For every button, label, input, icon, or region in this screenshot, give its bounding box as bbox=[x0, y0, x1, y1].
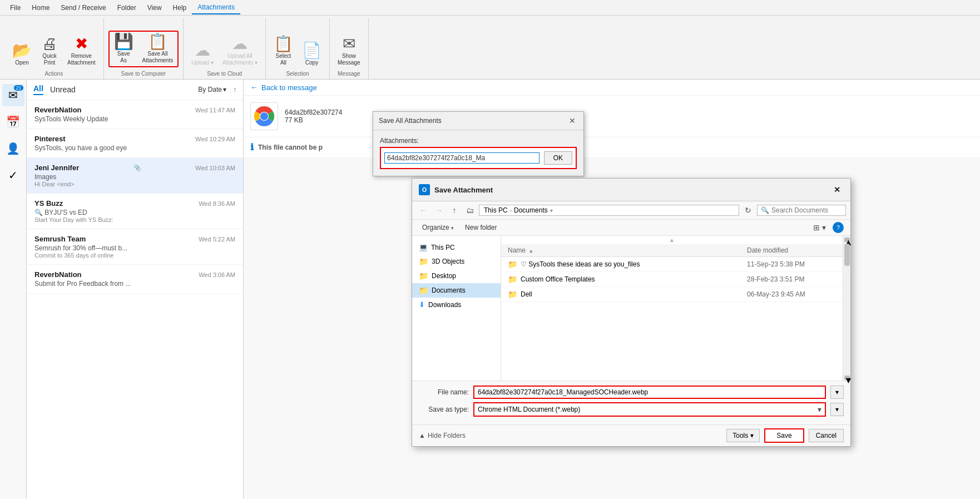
search-box: 🔍 bbox=[757, 205, 846, 216]
this-pc-label: This PC bbox=[431, 244, 455, 251]
file-dialog-body: 💻 This PC 📁 3D Objects 📁 Desktop 📁 Docum… bbox=[412, 236, 850, 381]
save-attachment-dialog: O Save Attachment ✕ ← → ↑ 🗂 This PC › Do… bbox=[412, 178, 851, 447]
file-name: 📁 Dell bbox=[508, 290, 747, 299]
filename-dropdown-button[interactable]: ▾ bbox=[830, 386, 844, 399]
type-dropdown-button[interactable]: ▾ bbox=[830, 403, 844, 416]
file-dialog-sidebar: 💻 This PC 📁 3D Objects 📁 Desktop 📁 Docum… bbox=[412, 236, 501, 381]
search-input[interactable] bbox=[771, 206, 842, 214]
scroll-up-arrow[interactable]: ▲ bbox=[844, 238, 850, 242]
folder-3d-icon: 📁 bbox=[419, 257, 428, 266]
organize-dropdown-icon: ▾ bbox=[451, 225, 454, 231]
organize-label: Organize bbox=[422, 224, 449, 231]
pc-icon: 💻 bbox=[419, 243, 428, 251]
search-icon: 🔍 bbox=[761, 206, 769, 214]
sidebar-item-desktop[interactable]: 📁 Desktop bbox=[412, 269, 501, 283]
file-dialog-footer: ▲ Hide Folders Tools ▾ Save Cancel bbox=[412, 424, 850, 446]
help-button[interactable]: ? bbox=[833, 222, 844, 233]
hide-folders-label: Hide Folders bbox=[428, 432, 466, 439]
desktop-label: Desktop bbox=[432, 272, 456, 280]
table-row[interactable]: 📁 Custom Office Templates 28-Feb-23 3:51… bbox=[501, 272, 843, 287]
file-dialog-actions: Organize ▾ New folder ⊞ ▾ ? bbox=[412, 220, 850, 236]
path-this-pc[interactable]: This PC bbox=[484, 206, 508, 214]
path-documents[interactable]: Documents bbox=[514, 206, 548, 214]
path-dropdown-icon[interactable]: ▾ bbox=[550, 207, 553, 214]
sidebar-item-3d-objects[interactable]: 📁 3D Objects bbox=[412, 254, 501, 269]
column-header: Name ▲ Date modified bbox=[501, 244, 843, 257]
filename-label: File name: bbox=[419, 388, 469, 396]
folder-desktop-icon: 📁 bbox=[419, 271, 428, 280]
forward-nav-button[interactable]: → bbox=[432, 204, 446, 217]
sidebar-item-documents[interactable]: 📁 Documents bbox=[412, 283, 501, 298]
folder-icon: 📁 bbox=[508, 290, 517, 299]
tools-label: Tools bbox=[732, 432, 748, 439]
file-name: 📁 Custom Office Templates bbox=[508, 275, 747, 284]
cancel-button[interactable]: Cancel bbox=[809, 429, 844, 442]
attachments-label: Attachments: bbox=[380, 137, 577, 145]
save-type-select[interactable]: Chrome HTML Document (*.webp) ▾ bbox=[473, 402, 826, 417]
attachment-name-field[interactable]: 64da2bf82e307274f27a0c18_Ma bbox=[384, 152, 540, 164]
name-col-label: Name bbox=[508, 246, 526, 254]
save-type-label: Save as type: bbox=[419, 406, 469, 413]
hide-folders-arrow-icon: ▲ bbox=[419, 432, 425, 439]
outlook-icon: O bbox=[419, 184, 430, 195]
folder-icon: 📁 bbox=[508, 275, 517, 284]
file-name-text: Dell bbox=[521, 290, 532, 298]
save-all-dialog-close[interactable]: ✕ bbox=[567, 115, 578, 126]
file-name-text: ♡ SysTools these ideas are so you_files bbox=[521, 260, 640, 268]
new-folder-button[interactable]: New folder bbox=[462, 223, 500, 233]
table-row[interactable]: 📁 Dell 06-May-23 9:45 AM bbox=[501, 287, 843, 302]
save-type-row: Save as type: Chrome HTML Document (*.we… bbox=[419, 402, 844, 417]
3d-objects-label: 3D Objects bbox=[432, 258, 464, 265]
file-list-area: ▲ Name ▲ Date modified 📁 ♡ SysTools thes… bbox=[501, 236, 843, 381]
folder-icon: 📁 bbox=[508, 260, 517, 269]
save-all-dialog-body: Attachments: 64da2bf82e307274f27a0c18_Ma… bbox=[373, 130, 583, 176]
date-col-label: Date modified bbox=[747, 246, 788, 254]
sidebar-item-downloads[interactable]: ⬇ Downloads bbox=[412, 298, 501, 312]
filename-row: File name: ▾ bbox=[419, 386, 844, 399]
title-area: O Save Attachment bbox=[419, 184, 493, 195]
tools-button[interactable]: Tools ▾ bbox=[726, 429, 760, 442]
hide-folders-button[interactable]: ▲ Hide Folders bbox=[419, 432, 466, 439]
file-dialog-titlebar: O Save Attachment ✕ bbox=[412, 179, 850, 201]
tools-dropdown-icon: ▾ bbox=[750, 432, 754, 439]
save-all-dialog-title: Save All Attachments bbox=[379, 117, 442, 125]
file-dialog-close-button[interactable]: ✕ bbox=[830, 183, 844, 196]
save-all-dialog: Save All Attachments ✕ Attachments: 64da… bbox=[373, 111, 584, 176]
file-dialog-bottom: File name: ▾ Save as type: Chrome HTML D… bbox=[412, 381, 850, 424]
attachment-row: 64da2bf82e307274f27a0c18_Ma OK bbox=[380, 147, 577, 169]
scroll-down-arrow[interactable]: ▼ bbox=[844, 376, 850, 380]
file-date: 11-Sep-23 5:38 PM bbox=[747, 260, 836, 268]
dialog-overlay: Save All Attachments ✕ Attachments: 64da… bbox=[0, 0, 980, 499]
name-column-header[interactable]: Name ▲ bbox=[508, 246, 747, 254]
up-nav-button[interactable]: ↑ bbox=[448, 204, 461, 217]
file-date: 28-Feb-23 3:51 PM bbox=[747, 275, 836, 283]
folder-view-button[interactable]: 🗂 bbox=[463, 204, 477, 217]
folder-documents-icon: 📁 bbox=[419, 286, 428, 295]
refresh-button[interactable]: ↻ bbox=[741, 204, 755, 217]
save-type-dropdown-icon: ▾ bbox=[818, 405, 821, 414]
ok-button[interactable]: OK bbox=[544, 151, 572, 165]
date-column-header[interactable]: Date modified bbox=[747, 246, 836, 254]
path-bar: This PC › Documents ▾ bbox=[479, 205, 739, 216]
save-all-dialog-titlebar: Save All Attachments ✕ bbox=[373, 112, 583, 130]
name-sort-icon: ▲ bbox=[528, 248, 533, 254]
save-type-value: Chrome HTML Document (*.webp) bbox=[478, 406, 580, 413]
back-nav-button[interactable]: ← bbox=[417, 204, 430, 217]
sidebar-item-this-pc[interactable]: 💻 This PC bbox=[412, 240, 501, 254]
folder-downloads-icon: ⬇ bbox=[419, 300, 425, 309]
file-name: 📁 ♡ SysTools these ideas are so you_file… bbox=[508, 260, 747, 269]
scroll-thumb[interactable] bbox=[844, 244, 850, 266]
file-date: 06-May-23 9:45 AM bbox=[747, 290, 836, 298]
filename-input[interactable] bbox=[473, 386, 826, 399]
vertical-scrollbar[interactable]: ▲ ▼ bbox=[843, 236, 850, 381]
table-row[interactable]: 📁 ♡ SysTools these ideas are so you_file… bbox=[501, 257, 843, 272]
file-dialog-toolbar: ← → ↑ 🗂 This PC › Documents ▾ ↻ 🔍 bbox=[412, 201, 850, 220]
organize-button[interactable]: Organize ▾ bbox=[419, 223, 457, 233]
file-name-text: Custom Office Templates bbox=[521, 275, 595, 283]
sort-indicator: ▲ bbox=[501, 236, 843, 244]
footer-buttons: Tools ▾ Save Cancel bbox=[726, 428, 844, 443]
downloads-label: Downloads bbox=[428, 301, 461, 309]
view-options-button[interactable]: ⊞ ▾ bbox=[811, 222, 828, 233]
file-dialog-title: Save Attachment bbox=[434, 186, 493, 194]
save-button[interactable]: Save bbox=[764, 428, 804, 443]
